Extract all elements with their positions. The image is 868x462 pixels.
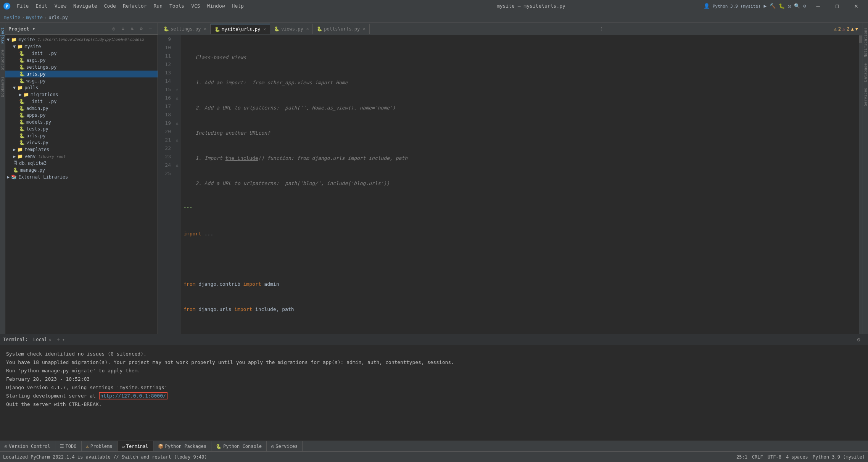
build-button[interactable]: 🔨 <box>770 3 776 9</box>
app-icon: P <box>3 2 11 10</box>
coverage-button[interactable]: ◎ <box>788 3 791 9</box>
terminal-server-start: Starting development server at http://12… <box>6 392 862 400</box>
tree-polls-init-py[interactable]: 🐍 __init__.py <box>5 98 158 105</box>
tab-close-polls-urls[interactable]: ✕ <box>363 26 366 31</box>
tab-settings-py[interactable]: 🐍 settings.py ✕ <box>159 24 211 34</box>
services-button[interactable]: ◎ Services <box>267 441 303 452</box>
tab-close-views[interactable]: ✕ <box>306 26 309 31</box>
tree-db-sqlite3[interactable]: 🗄 db.sqlite3 <box>5 160 158 167</box>
tree-wsgi-py[interactable]: 🐍 wsgi.py <box>5 77 158 84</box>
problems-button[interactable]: ⚠ Problems <box>82 441 118 452</box>
tree-venv-folder[interactable]: ▶ 📁 venv library root <box>5 153 158 160</box>
tree-admin-py[interactable]: 🐍 admin.py <box>5 105 158 112</box>
tree-manage-py[interactable]: 🐍 manage.py <box>5 167 158 174</box>
menu-code[interactable]: Code <box>101 2 119 10</box>
project-side-icon[interactable]: Project <box>0 24 5 47</box>
project-collapse-button[interactable]: ≡ <box>119 24 127 33</box>
maximize-button[interactable]: ❐ <box>828 0 846 12</box>
database-icon[interactable]: Database <box>863 60 868 85</box>
settings-button[interactable]: ⚙ <box>803 3 806 9</box>
debug-button[interactable]: 🐛 <box>779 3 785 9</box>
code-editor[interactable]: 9 10 11 12 1 <box>158 35 863 334</box>
menu-refactor[interactable]: Refactor <box>120 2 150 10</box>
python-packages-button[interactable]: 📦 Python Packages <box>153 441 211 452</box>
python-console-button[interactable]: 🐍 Python Console <box>211 441 267 452</box>
menu-view[interactable]: View <box>52 2 69 10</box>
terminal-header: Terminal: Local ✕ + ▾ ⚙ — <box>0 334 868 345</box>
tree-migrations-folder[interactable]: ▶ 📁 migrations <box>5 91 158 98</box>
notifications-icon[interactable]: Notifications <box>863 24 868 60</box>
tab-label: mysite\urls.py <box>222 27 260 32</box>
project-settings-button[interactable]: ⚙ <box>137 24 145 33</box>
add-terminal-button[interactable]: + <box>54 336 62 343</box>
tab-polls-urls-py[interactable]: 🐍 polls\urls.py ✕ <box>313 24 370 34</box>
breadcrumb-mysite[interactable]: mysite <box>4 15 20 20</box>
bookmarks-side-icon[interactable]: Bookmarks <box>0 73 5 100</box>
code-line-12: Including another URLconf <box>184 129 856 137</box>
line-num-12: 12 <box>158 60 174 69</box>
folder-closed-icon: ▶ <box>13 154 16 159</box>
terminal-tab-local[interactable]: Local ✕ <box>30 336 54 343</box>
tree-mysite-folder[interactable]: ▼ 📁 mysite <box>5 43 158 50</box>
scroll-down-icon[interactable]: ▼ <box>855 26 858 32</box>
todo-button[interactable]: ☰ TODO <box>55 441 82 452</box>
tree-urls-py-mysite[interactable]: 🐍 urls.py <box>5 71 158 77</box>
breadcrumb-mysite2[interactable]: mysite <box>26 15 43 20</box>
project-locate-button[interactable]: ◎ <box>110 24 118 33</box>
tree-models-py[interactable]: 🐍 models.py <box>5 119 158 126</box>
status-right: 25:1 CRLF UTF-8 4 spaces Python 3.9 (mys… <box>736 454 865 460</box>
breadcrumb-urls[interactable]: urls.py <box>48 15 68 20</box>
tree-settings-py[interactable]: 🐍 settings.py <box>5 64 158 71</box>
menu-window[interactable]: Window <box>204 2 228 10</box>
project-minimize-button[interactable]: — <box>146 24 155 33</box>
code-line-16: import ... <box>184 230 856 238</box>
scroll-up-icon[interactable]: ▲ <box>851 26 854 32</box>
tree-asgi-py[interactable]: 🐍 asgi.py <box>5 57 158 64</box>
breadcrumb: mysite › mysite › urls.py <box>0 12 868 23</box>
person-icon: 👤 <box>704 3 710 9</box>
folder-closed-icon: ▶ <box>7 174 10 180</box>
run-button[interactable]: ▶ <box>764 3 767 9</box>
tab-mysite-urls-py[interactable]: 🐍 mysite\urls.py ✕ <box>211 24 270 34</box>
tree-polls-urls-py[interactable]: 🐍 urls.py <box>5 132 158 139</box>
terminal-content: System check identified no issues (0 sil… <box>0 345 868 441</box>
services-icon[interactable]: Services <box>863 85 868 109</box>
tab-close-mysite-urls[interactable]: ✕ <box>263 27 266 32</box>
code-content[interactable]: Class-based views 1. Add an import: from… <box>180 35 859 334</box>
tree-apps-py[interactable]: 🐍 apps.py <box>5 112 158 119</box>
more-tabs-button[interactable]: ⋮ <box>597 26 607 32</box>
tree-templates-folder[interactable]: ▶ 📁 templates <box>5 146 158 153</box>
line-num-15: 15 <box>158 85 174 94</box>
close-button[interactable]: ✕ <box>847 0 865 12</box>
terminal-minimize-button[interactable]: — <box>862 336 865 343</box>
tree-root[interactable]: ▼ 📁 mysite C:\Users\lenovo\Desktop\study… <box>5 36 158 43</box>
terminal-tab-close[interactable]: ✕ <box>48 337 51 342</box>
terminal-button[interactable]: ▭ Terminal <box>118 441 153 452</box>
search-button[interactable]: 🔍 <box>794 3 800 9</box>
tree-polls-folder[interactable]: ▼ 📁 polls <box>5 84 158 91</box>
tree-views-py[interactable]: 🐍 views.py <box>5 139 158 146</box>
profile-area[interactable]: 👤 Python 3.9 (mysite) <box>704 3 761 9</box>
menu-edit[interactable]: Edit <box>32 2 50 10</box>
project-expand-button[interactable]: ⇅ <box>128 24 136 33</box>
tree-external-libs[interactable]: ▶ 📚 External Libraries <box>5 174 158 180</box>
menu-navigate[interactable]: Navigate <box>70 2 100 10</box>
version-control-label: Version Control <box>9 444 50 449</box>
terminal-dropdown[interactable]: ▾ <box>62 337 65 342</box>
server-url-link[interactable]: http://127.0.0.1:8000/ <box>99 392 167 399</box>
minimize-button[interactable]: — <box>809 0 827 12</box>
tree-tests-py[interactable]: 🐍 tests.py <box>5 126 158 132</box>
window-title: mysite – mysite\urls.py <box>359 3 704 9</box>
menu-vcs[interactable]: VCS <box>188 2 203 10</box>
menu-tools[interactable]: Tools <box>166 2 187 10</box>
tab-close-settings[interactable]: ✕ <box>204 26 206 31</box>
editor-scrollbar[interactable] <box>859 35 863 334</box>
version-control-button[interactable]: ◎ Version Control <box>0 441 55 452</box>
tree-init-py[interactable]: 🐍 __init__.py <box>5 50 158 57</box>
menu-run[interactable]: Run <box>151 2 166 10</box>
structure-side-icon[interactable]: Structure <box>0 47 5 73</box>
tab-views-py[interactable]: 🐍 views.py ✕ <box>270 24 313 34</box>
menu-help[interactable]: Help <box>229 2 247 10</box>
terminal-settings-button[interactable]: ⚙ <box>857 336 860 343</box>
menu-file[interactable]: File <box>14 2 32 10</box>
